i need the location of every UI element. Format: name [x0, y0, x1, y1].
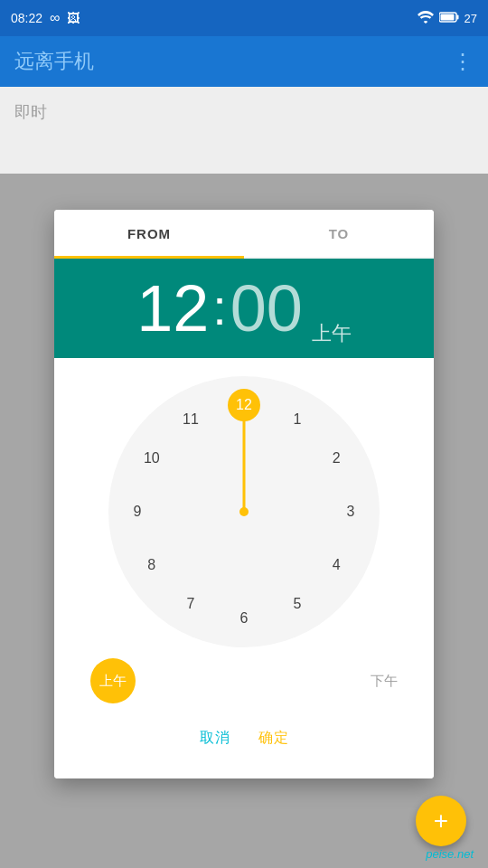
clock-hand: [243, 412, 246, 512]
status-right: 27: [418, 11, 477, 26]
status-bar: 08:22 ∞ 🖼 27: [0, 0, 488, 36]
dialog-actions: 取消 确定: [178, 714, 310, 769]
bg-text: 即时: [14, 103, 47, 121]
clock-container: 121234567891011 上午 下午 取消 确定: [54, 358, 434, 778]
clock-number-2[interactable]: 2: [320, 442, 352, 475]
svg-rect-1: [456, 14, 458, 19]
clock-number-1[interactable]: 1: [281, 403, 314, 436]
fab-icon: +: [434, 807, 448, 835]
clock-number-6[interactable]: 6: [228, 602, 260, 635]
clock-number-10[interactable]: 10: [136, 442, 168, 475]
status-left: 08:22 ∞ 🖼: [11, 10, 80, 26]
pm-button[interactable]: 下午: [371, 673, 398, 690]
infinite-icon: ∞: [50, 10, 60, 26]
time-hour[interactable]: 12: [136, 276, 209, 341]
app-title: 远离手机: [14, 48, 94, 75]
dialog-overlay: FROM TO 12 : 00 上午 121234567891011: [0, 174, 488, 868]
watermark: peise.net: [426, 847, 474, 861]
clock-number-11[interactable]: 11: [174, 403, 207, 436]
image-icon: 🖼: [67, 11, 80, 25]
dialog-tabs: FROM TO: [54, 210, 434, 259]
clock-center: [239, 507, 249, 516]
clock-face[interactable]: 121234567891011: [108, 376, 380, 647]
time-colon: :: [212, 278, 227, 336]
fab-button[interactable]: +: [416, 796, 466, 846]
battery-icon: [439, 12, 459, 25]
tab-from[interactable]: FROM: [54, 210, 244, 257]
clock-number-12[interactable]: 12: [228, 389, 260, 421]
clock-number-4[interactable]: 4: [320, 549, 352, 581]
confirm-button[interactable]: 确定: [255, 722, 292, 755]
clock-number-3[interactable]: 3: [334, 495, 367, 528]
clock-number-9[interactable]: 9: [121, 495, 154, 528]
time-picker-dialog: FROM TO 12 : 00 上午 121234567891011: [54, 210, 434, 778]
tab-to[interactable]: TO: [244, 210, 434, 257]
wifi-icon: [418, 11, 434, 26]
clock-number-8[interactable]: 8: [136, 549, 168, 581]
clock-number-5[interactable]: 5: [281, 588, 314, 620]
cancel-button[interactable]: 取消: [196, 722, 233, 755]
am-button[interactable]: 上午: [90, 658, 136, 703]
time-minutes[interactable]: 00: [230, 276, 303, 341]
ampm-row: 上午 下午: [72, 647, 416, 714]
time-display: 12 : 00 上午: [54, 259, 434, 358]
app-bar: 远离手机 ⋮: [0, 36, 488, 87]
clock-number-7[interactable]: 7: [174, 588, 207, 620]
background-content: 即时 FROM TO 12 : 00 上午: [0, 87, 488, 868]
menu-icon[interactable]: ⋮: [452, 49, 474, 74]
time-period: 上午: [312, 320, 352, 347]
svg-rect-2: [440, 14, 454, 20]
status-time: 08:22: [11, 11, 42, 25]
battery-percent: 27: [465, 12, 477, 25]
